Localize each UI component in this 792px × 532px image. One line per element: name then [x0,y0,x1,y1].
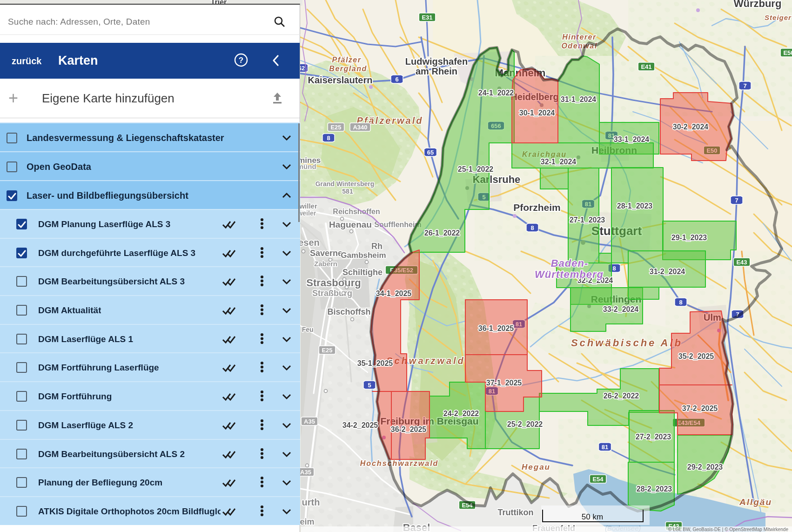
svg-text:8: 8 [530,224,534,231]
svg-text:esen: esen [298,237,320,248]
svg-text:Hochschwarzwald: Hochschwarzwald [360,459,439,467]
svg-text:26-2_2022: 26-2_2022 [604,392,639,400]
svg-text:urth: urth [302,497,320,507]
svg-text:24-1_2022: 24-1_2022 [478,89,514,97]
svg-text:27-2_2023: 27-2_2023 [636,433,671,441]
svg-text:27-1_2023: 27-1_2023 [570,216,605,224]
svg-text:A35: A35 [304,418,315,425]
svg-text:25-2_2022: 25-2_2022 [507,420,543,428]
svg-text:36-1_2025: 36-1_2025 [478,324,514,332]
svg-text:37-1_2025: 37-1_2025 [486,379,522,387]
svg-text:Hinterer: Hinterer [562,33,596,41]
svg-text:25-1_2022: 25-1_2022 [458,165,494,173]
svg-text:Grand Wintersberg: Grand Wintersberg [315,180,375,188]
svg-text:am Rhein: am Rhein [416,66,457,76]
svg-text:34-1_2025: 34-1_2025 [376,290,412,297]
svg-text:Würzburg: Würzburg [734,0,782,9]
svg-text:33-1_2024: 33-1_2024 [614,135,650,143]
svg-text:© LGL BW, GeoBasis-DE | © Open: © LGL BW, GeoBasis-DE | © OpenStreetMap … [668,527,789,532]
svg-text:Pforzheim: Pforzheim [513,202,561,213]
svg-text:29-1_2023: 29-1_2023 [671,234,707,242]
svg-text:A340: A340 [353,124,367,131]
svg-text:Bergland: Bergland [329,65,367,73]
svg-text:8: 8 [679,299,682,306]
svg-text:31-2_2024: 31-2_2024 [650,268,685,276]
svg-text:7: 7 [743,82,746,89]
svg-text:81: 81 [602,444,608,451]
svg-text:Gambsheim: Gambsheim [341,251,386,260]
svg-text:A35: A35 [300,469,311,476]
svg-text:E50: E50 [783,49,792,56]
svg-text:Saverne: Saverne [310,249,342,258]
svg-text:7: 7 [735,197,738,204]
svg-text:Straßburg: Straßburg [312,289,352,298]
svg-text:34-2_2025: 34-2_2025 [342,421,378,429]
svg-text:Haguenau: Haguenau [329,220,372,229]
svg-text:Zabern: Zabern [314,260,337,268]
svg-text:32-1_2024: 32-1_2024 [541,158,577,166]
svg-text:E25: E25 [322,347,332,354]
svg-text:Hegau: Hegau [522,463,550,471]
svg-text:Ludwigshafen: Ludwigshafen [405,56,468,67]
svg-text:Schiltighe: Schiltighe [342,268,383,277]
svg-text:24-2_2022: 24-2_2022 [443,410,479,418]
svg-text:50 km: 50 km [582,512,603,521]
svg-text:?: ? [239,56,243,65]
svg-text:Württemberg: Württemberg [535,269,604,280]
svg-text:Rh: Rh [371,242,383,251]
svg-text:Kaiserslautern: Kaiserslautern [308,75,373,85]
svg-text:Schwäbische Alb: Schwäbische Alb [571,337,683,349]
svg-text:33-2_2024: 33-2_2024 [603,305,639,313]
svg-text:Bischoffsh: Bischoffsh [327,307,370,317]
svg-text:31-1_2024: 31-1_2024 [561,95,597,103]
svg-text:37-2_2025: 37-2_2025 [682,404,718,412]
svg-text:30-2_2024: 30-2_2024 [673,123,709,131]
svg-text:Strasbourg: Strasbourg [306,277,361,289]
svg-text:28-2_2023: 28-2_2023 [637,485,672,493]
svg-text:26-1_2022: 26-1_2022 [424,229,460,237]
svg-text:6: 6 [395,76,398,83]
svg-text:Pfälzer: Pfälzer [332,56,362,64]
svg-text:E54: E54 [592,476,604,483]
svg-text:35-1_2025: 35-1_2025 [357,359,393,367]
svg-text:28-1_2023: 28-1_2023 [617,202,653,210]
svg-text:E41: E41 [641,63,651,70]
svg-text:581: 581 [342,188,353,195]
svg-text:E31: E31 [422,14,432,21]
svg-text:E43: E43 [736,259,747,266]
svg-text:Baden-: Baden- [551,257,589,269]
svg-text:5: 5 [368,382,371,389]
svg-text:Allgäu: Allgäu [739,497,772,507]
svg-text:Steiger: Steiger [765,13,792,21]
svg-text:8: 8 [327,135,330,141]
svg-text:29-2_2023: 29-2_2023 [687,463,723,471]
svg-text:8: 8 [612,265,616,272]
svg-text:35-2_2025: 35-2_2025 [678,352,714,360]
svg-text:65: 65 [427,149,434,156]
svg-text:E25: E25 [330,124,341,131]
svg-text:Truttikon: Truttikon [498,508,534,517]
svg-text:36-2_2025: 36-2_2025 [391,425,427,433]
svg-text:30-1_2024: 30-1_2024 [519,109,555,117]
